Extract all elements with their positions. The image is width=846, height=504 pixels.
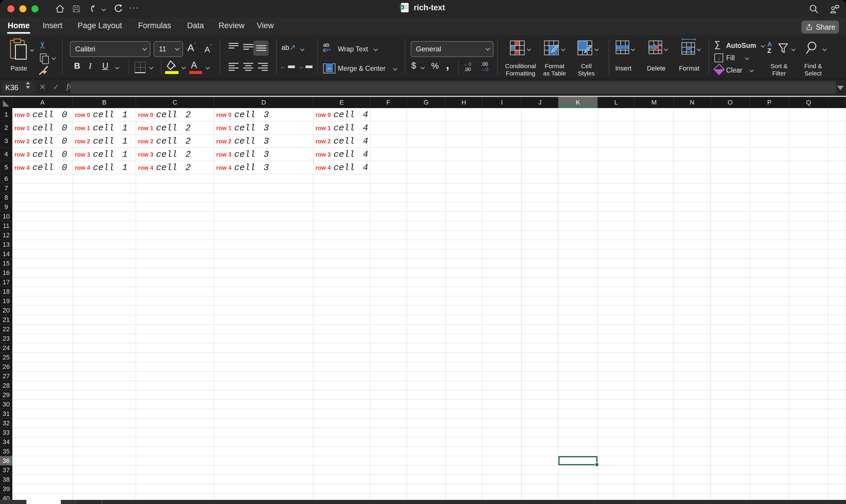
cell-B28[interactable] [73, 381, 136, 390]
cell-K24[interactable] [558, 343, 598, 353]
cell-F37[interactable] [370, 466, 407, 475]
cell-F17[interactable] [370, 277, 407, 287]
cell-E33[interactable] [313, 428, 370, 437]
cell-N32[interactable] [674, 418, 710, 428]
cell-C37[interactable] [136, 466, 214, 475]
cell-B1[interactable]: row 0cell 1 [73, 108, 136, 121]
cell-R27[interactable] [828, 372, 846, 381]
column-header-M[interactable]: M [634, 97, 674, 108]
cell-P40[interactable] [750, 494, 789, 500]
format-painter-icon[interactable] [38, 64, 50, 76]
cell-E40[interactable] [313, 494, 370, 500]
row-header-16[interactable]: 16 [0, 268, 12, 277]
cell-Q34[interactable] [789, 437, 828, 447]
cell-O3[interactable] [710, 134, 750, 148]
cell-A29[interactable] [12, 390, 73, 400]
cell-H30[interactable] [446, 400, 482, 409]
cell-L25[interactable] [598, 353, 634, 362]
cell-K5[interactable] [558, 161, 598, 174]
row-header-31[interactable]: 31 [0, 409, 12, 418]
cell-N16[interactable] [674, 268, 710, 277]
cell-E26[interactable] [313, 362, 370, 372]
cell-L29[interactable] [598, 390, 634, 400]
orientation-icon[interactable]: ab↗ [282, 43, 296, 52]
cell-P27[interactable] [750, 372, 789, 381]
cell-Q10[interactable] [789, 212, 828, 221]
cell-A1[interactable]: row 0cell 0 [12, 108, 73, 121]
cell-H40[interactable] [446, 494, 482, 500]
cell-Q23[interactable] [789, 334, 828, 343]
middle-align-icon[interactable] [243, 44, 253, 50]
wrap-text-icon[interactable]: abc↩ [323, 42, 330, 52]
cell-K9[interactable] [558, 202, 598, 212]
row-header-13[interactable]: 13 [0, 240, 12, 249]
cell-N19[interactable] [674, 296, 710, 306]
cell-K12[interactable] [558, 231, 598, 240]
cell-K34[interactable] [558, 437, 598, 447]
cell-N8[interactable] [674, 193, 710, 202]
cell-Q38[interactable] [789, 475, 828, 484]
cell-L5[interactable] [598, 161, 634, 174]
cell-A38[interactable] [12, 475, 73, 484]
cell-G3[interactable] [407, 134, 446, 148]
row-header-20[interactable]: 20 [0, 306, 12, 315]
row-header-8[interactable]: 8 [0, 193, 12, 202]
cell-E6[interactable] [313, 174, 370, 184]
column-header-L[interactable]: L [598, 97, 634, 108]
cell-N13[interactable] [674, 240, 710, 249]
cell-P22[interactable] [750, 325, 789, 334]
cell-M40[interactable] [634, 494, 674, 500]
cell-M21[interactable] [634, 315, 674, 325]
cell-K37[interactable] [558, 466, 598, 475]
cell-B29[interactable] [73, 390, 136, 400]
cell-M18[interactable] [634, 287, 674, 296]
cell-A24[interactable] [12, 343, 73, 353]
cell-L1[interactable] [598, 108, 634, 121]
cell-E35[interactable] [313, 447, 370, 456]
cell-L4[interactable] [598, 148, 634, 161]
cell-C30[interactable] [136, 400, 214, 409]
cell-G39[interactable] [407, 484, 446, 494]
cell-P12[interactable] [750, 231, 789, 240]
cell-B5[interactable]: row 4cell 1 [73, 161, 136, 174]
cell-G19[interactable] [407, 296, 446, 306]
cell-I21[interactable] [482, 315, 522, 325]
cell-G20[interactable] [407, 306, 446, 315]
cell-L23[interactable] [598, 334, 634, 343]
cell-G33[interactable] [407, 428, 446, 437]
cell-G31[interactable] [407, 409, 446, 418]
increase-decimal-button[interactable]: .00→0 [481, 62, 488, 72]
cell-R10[interactable] [828, 212, 846, 221]
copy-dropdown-chevron[interactable] [52, 56, 56, 60]
cell-N1[interactable] [674, 108, 710, 121]
cell-N22[interactable] [674, 325, 710, 334]
cell-J27[interactable] [522, 372, 558, 381]
cell-styles-chevron[interactable] [595, 47, 599, 51]
cell-R8[interactable] [828, 193, 846, 202]
cell-F9[interactable] [370, 202, 407, 212]
cell-F33[interactable] [370, 428, 407, 437]
cell-D13[interactable] [214, 240, 313, 249]
cell-I12[interactable] [482, 231, 522, 240]
decrease-font-size-button[interactable]: Aˇ [204, 43, 212, 54]
cell-L37[interactable] [598, 466, 634, 475]
cell-E5[interactable]: row 4cell 4 [313, 161, 370, 174]
cell-J37[interactable] [522, 466, 558, 475]
cell-M23[interactable] [634, 334, 674, 343]
fill-down-icon[interactable]: ↓ [715, 53, 723, 62]
cell-K4[interactable] [558, 148, 598, 161]
cell-C40[interactable] [136, 494, 214, 500]
cell-Q22[interactable] [789, 325, 828, 334]
cell-K11[interactable] [558, 221, 598, 231]
cell-K28[interactable] [558, 381, 598, 390]
cell-I28[interactable] [482, 381, 522, 390]
cell-C17[interactable] [136, 277, 214, 287]
increase-indent-icon[interactable]: → [297, 62, 312, 71]
find-select-icon[interactable] [804, 40, 819, 55]
cell-D27[interactable] [214, 372, 313, 381]
cell-E29[interactable] [313, 390, 370, 400]
cell-C29[interactable] [136, 390, 214, 400]
cell-Q2[interactable] [789, 121, 828, 134]
cell-B26[interactable] [73, 362, 136, 372]
cell-N7[interactable] [674, 184, 710, 193]
